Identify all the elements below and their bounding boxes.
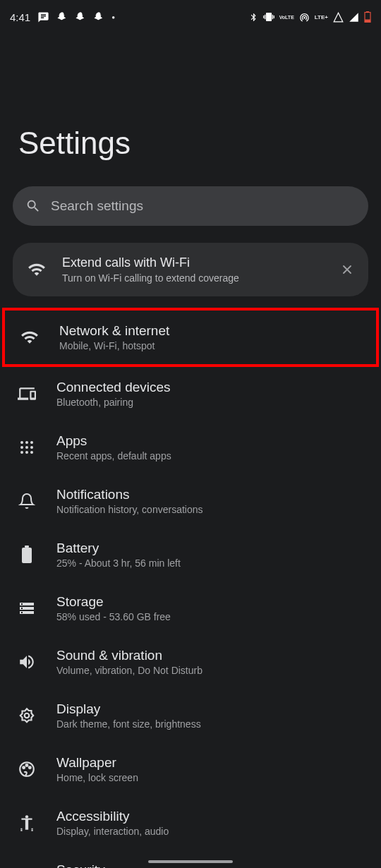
svg-point-8 <box>30 446 33 449</box>
suggestion-card[interactable]: Extend calls with Wi-Fi Turn on Wi-Fi ca… <box>13 243 368 296</box>
svg-point-9 <box>20 451 23 454</box>
setting-item-connected-devices[interactable]: Connected devices Bluetooth, pairing <box>0 367 381 421</box>
svg-point-14 <box>25 713 30 718</box>
lock-icon <box>16 865 38 868</box>
signal-icon <box>333 12 344 23</box>
svg-rect-2 <box>365 20 370 23</box>
battery-icon <box>16 543 38 566</box>
signal-icon <box>349 12 359 23</box>
status-right: VoLTE LTE+ <box>249 11 371 23</box>
bell-icon <box>16 490 38 512</box>
setting-subtitle: Home, lock screen <box>56 772 368 783</box>
setting-subtitle: 25% - About 3 hr, 56 min left <box>56 557 368 569</box>
status-left: 4:41 ● <box>10 11 115 23</box>
setting-text: Wallpaper Home, lock screen <box>56 755 368 783</box>
setting-subtitle: Recent apps, default apps <box>56 450 368 462</box>
setting-title: Sound & vibration <box>56 648 368 663</box>
page-title: Settings <box>0 34 381 186</box>
setting-title: Network & internet <box>59 323 363 339</box>
setting-text: Notifications Notification history, conv… <box>56 487 368 515</box>
svg-point-3 <box>20 441 23 444</box>
setting-subtitle: Bluetooth, pairing <box>56 397 368 408</box>
search-icon <box>25 198 41 214</box>
setting-item-network[interactable]: Network & internet Mobile, Wi-Fi, hotspo… <box>5 311 376 364</box>
devices-icon <box>16 382 38 405</box>
svg-point-5 <box>30 441 33 444</box>
suggestion-subtitle: Turn on Wi-Fi calling to extend coverage <box>62 272 325 284</box>
setting-title: Accessibility <box>56 809 368 824</box>
setting-subtitle: Dark theme, font size, brightness <box>56 718 368 730</box>
setting-subtitle: 58% used - 53.60 GB free <box>56 611 368 622</box>
snapchat-icon <box>56 11 68 23</box>
setting-text: Network & internet Mobile, Wi-Fi, hotspo… <box>59 323 363 351</box>
storage-icon <box>16 597 38 620</box>
svg-point-11 <box>30 451 33 454</box>
setting-text: Display Dark theme, font size, brightnes… <box>56 701 368 730</box>
svg-point-17 <box>26 764 28 766</box>
setting-title: Display <box>56 701 368 717</box>
setting-text: Battery 25% - About 3 hr, 56 min left <box>56 541 368 569</box>
svg-point-7 <box>25 446 28 449</box>
setting-title: Wallpaper <box>56 755 368 771</box>
svg-point-10 <box>25 451 28 454</box>
search-input[interactable] <box>51 198 356 214</box>
wifi-icon <box>25 258 48 281</box>
nav-indicator[interactable] <box>148 860 233 863</box>
accessibility-icon <box>16 812 38 834</box>
setting-text: Connected devices Bluetooth, pairing <box>56 380 368 408</box>
svg-point-16 <box>23 766 25 768</box>
svg-rect-12 <box>25 545 29 548</box>
setting-item-security[interactable]: Security Screen lock, Find My Device, ap… <box>0 850 381 868</box>
hotspot-icon <box>299 12 310 23</box>
setting-subtitle: Mobile, Wi-Fi, hotspot <box>59 340 363 351</box>
setting-title: Security <box>56 862 368 868</box>
status-bar: 4:41 ● VoLTE LTE+ <box>0 0 381 34</box>
bluetooth-icon <box>249 13 258 22</box>
snapchat-icon <box>75 11 86 23</box>
suggestion-text: Extend calls with Wi-Fi Turn on Wi-Fi ca… <box>62 255 325 284</box>
apps-icon <box>16 436 38 459</box>
highlighted-item: Network & internet Mobile, Wi-Fi, hotspo… <box>2 308 379 367</box>
setting-subtitle: Volume, vibration, Do Not Disturb <box>56 665 368 676</box>
wifi-icon <box>18 326 41 349</box>
setting-item-apps[interactable]: Apps Recent apps, default apps <box>0 421 381 474</box>
setting-text: Sound & vibration Volume, vibration, Do … <box>56 648 368 676</box>
setting-text: Accessibility Display, interaction, audi… <box>56 809 368 837</box>
setting-item-notifications[interactable]: Notifications Notification history, conv… <box>0 474 381 528</box>
svg-point-19 <box>25 815 28 818</box>
setting-title: Battery <box>56 541 368 556</box>
lte-plus-label: LTE+ <box>315 14 328 20</box>
setting-item-wallpaper[interactable]: Wallpaper Home, lock screen <box>0 742 381 796</box>
setting-subtitle: Display, interaction, audio <box>56 826 368 837</box>
volte-icon: VoLTE <box>279 15 294 20</box>
status-time: 4:41 <box>10 11 30 23</box>
snapchat-icon <box>93 11 104 23</box>
palette-icon <box>16 758 38 780</box>
svg-point-18 <box>29 766 31 768</box>
setting-text: Apps Recent apps, default apps <box>56 433 368 462</box>
setting-title: Apps <box>56 433 368 449</box>
svg-point-6 <box>20 446 23 449</box>
dot-icon: ● <box>111 14 115 20</box>
setting-title: Storage <box>56 594 368 610</box>
brightness-icon <box>16 704 38 727</box>
suggestion-title: Extend calls with Wi-Fi <box>62 255 325 270</box>
svg-point-4 <box>25 441 28 444</box>
setting-item-sound[interactable]: Sound & vibration Volume, vibration, Do … <box>0 635 381 689</box>
close-button[interactable] <box>339 261 356 278</box>
search-bar[interactable] <box>13 186 368 226</box>
setting-title: Connected devices <box>56 380 368 395</box>
message-icon <box>37 11 49 23</box>
setting-item-accessibility[interactable]: Accessibility Display, interaction, audi… <box>0 796 381 850</box>
setting-text: Storage 58% used - 53.60 GB free <box>56 594 368 622</box>
setting-subtitle: Notification history, conversations <box>56 504 368 515</box>
volume-icon <box>16 651 38 673</box>
setting-item-storage[interactable]: Storage 58% used - 53.60 GB free <box>0 581 381 635</box>
setting-item-battery[interactable]: Battery 25% - About 3 hr, 56 min left <box>0 528 381 581</box>
setting-text: Security Screen lock, Find My Device, ap… <box>56 862 368 868</box>
vibrate-icon <box>263 11 274 23</box>
setting-item-display[interactable]: Display Dark theme, font size, brightnes… <box>0 689 381 742</box>
battery-icon <box>364 11 371 23</box>
svg-rect-13 <box>22 548 32 563</box>
settings-list: Connected devices Bluetooth, pairing App… <box>0 367 381 868</box>
